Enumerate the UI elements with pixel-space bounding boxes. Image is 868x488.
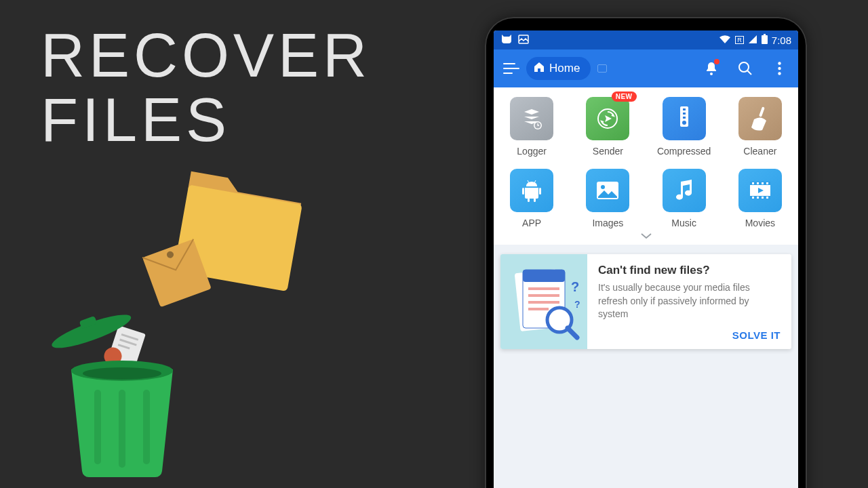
- hamburger-menu-button[interactable]: [503, 60, 519, 77]
- svg-rect-16: [762, 35, 768, 44]
- category-item-compressed[interactable]: Compressed: [646, 97, 722, 157]
- phone-device-frame: R 7:08 Home: [485, 17, 807, 488]
- overflow-menu-button[interactable]: [766, 55, 793, 82]
- logger-icon: [510, 97, 553, 140]
- svg-rect-50: [762, 197, 764, 199]
- category-item-music[interactable]: Music: [646, 169, 722, 228]
- tip-action-button[interactable]: SOLVE IT: [598, 329, 781, 341]
- tip-title: Can't find new files?: [598, 264, 781, 277]
- breadcrumb-home-label: Home: [549, 62, 580, 75]
- svg-rect-46: [762, 182, 764, 184]
- svg-rect-33: [522, 188, 524, 195]
- notifications-button[interactable]: [698, 55, 725, 82]
- svg-rect-28: [683, 108, 686, 110]
- tip-card: ? ? Can't find new files? It's usually b…: [500, 254, 791, 349]
- svg-rect-12: [94, 390, 101, 464]
- category-label: Logger: [517, 146, 547, 157]
- category-item-sender[interactable]: NEW Sender: [570, 97, 646, 157]
- compressed-icon: [663, 97, 706, 140]
- svg-rect-59: [528, 308, 549, 310]
- svg-rect-58: [528, 301, 559, 304]
- music-icon: [663, 169, 706, 212]
- svg-rect-44: [752, 182, 754, 184]
- window-indicator-icon[interactable]: [597, 64, 607, 73]
- images-icon: [586, 169, 629, 212]
- svg-rect-35: [528, 198, 530, 202]
- chevron-down-icon: [640, 232, 652, 239]
- svg-rect-17: [764, 34, 766, 35]
- category-item-cleaner[interactable]: Cleaner: [722, 97, 798, 157]
- svg-point-40: [601, 185, 605, 189]
- svg-rect-32: [759, 106, 765, 117]
- home-icon: [533, 61, 545, 77]
- svg-rect-56: [528, 287, 559, 290]
- sender-icon: [586, 97, 629, 140]
- tip-illustration: ? ?: [500, 254, 587, 349]
- cat-notification-icon: [500, 34, 513, 47]
- svg-rect-30: [683, 117, 686, 119]
- battery-icon: [762, 34, 768, 46]
- svg-point-23: [778, 72, 781, 75]
- svg-line-20: [747, 70, 751, 75]
- svg-rect-49: [757, 197, 759, 199]
- trash-folder-illustration: [27, 142, 366, 481]
- category-label: Movies: [745, 218, 775, 228]
- svg-rect-57: [528, 294, 559, 297]
- category-grid: Logger NEW Sender Compressed: [494, 97, 798, 228]
- svg-rect-47: [766, 182, 768, 184]
- cleaner-icon: [738, 97, 782, 140]
- svg-text:?: ?: [571, 279, 579, 294]
- svg-point-31: [682, 121, 686, 125]
- svg-point-11: [83, 367, 161, 380]
- svg-point-21: [778, 62, 781, 64]
- status-time: 7:08: [772, 35, 791, 46]
- svg-rect-36: [534, 198, 536, 202]
- category-label: Cleaner: [743, 146, 776, 157]
- wifi-icon: [719, 35, 731, 46]
- svg-point-18: [710, 73, 713, 75]
- phone-screen: R 7:08 Home: [494, 30, 798, 488]
- roaming-indicator: R: [735, 36, 744, 44]
- category-label: APP: [522, 218, 541, 228]
- category-label: Sender: [593, 146, 623, 157]
- search-button[interactable]: [732, 55, 759, 82]
- category-item-app[interactable]: APP: [494, 169, 570, 228]
- new-badge: NEW: [612, 92, 637, 102]
- signal-icon: [748, 35, 757, 46]
- android-app-icon: [510, 169, 553, 212]
- category-item-logger[interactable]: Logger: [494, 97, 570, 157]
- category-item-images[interactable]: Images: [570, 169, 646, 228]
- svg-rect-51: [766, 197, 768, 199]
- svg-rect-34: [539, 188, 541, 195]
- category-label: Music: [671, 218, 696, 228]
- category-grid-section: Logger NEW Sender Compressed: [494, 87, 798, 245]
- app-toolbar: Home: [494, 49, 798, 87]
- android-status-bar: R 7:08: [494, 30, 798, 49]
- svg-rect-48: [752, 197, 754, 199]
- tip-description: It's usually because your media files re…: [598, 281, 781, 321]
- svg-point-22: [778, 67, 781, 70]
- headline-line1: RECOVER: [41, 24, 371, 88]
- breadcrumb-home-button[interactable]: Home: [526, 57, 591, 80]
- svg-rect-29: [683, 113, 686, 115]
- svg-text:?: ?: [574, 299, 580, 310]
- expand-grid-button[interactable]: [494, 228, 798, 241]
- tip-body: Can't find new files? It's usually becau…: [587, 254, 791, 349]
- category-label: Images: [592, 218, 623, 228]
- notification-badge-icon: [714, 59, 719, 64]
- svg-rect-45: [757, 182, 759, 184]
- category-item-movies[interactable]: Movies: [722, 169, 798, 228]
- headline-text: RECOVER FILES: [41, 24, 371, 152]
- svg-rect-55: [523, 270, 565, 282]
- category-label: Compressed: [657, 146, 711, 157]
- image-notification-icon: [518, 35, 529, 46]
- movies-icon: [738, 169, 782, 212]
- svg-point-19: [739, 62, 749, 72]
- svg-rect-13: [119, 390, 125, 468]
- svg-rect-14: [143, 390, 150, 464]
